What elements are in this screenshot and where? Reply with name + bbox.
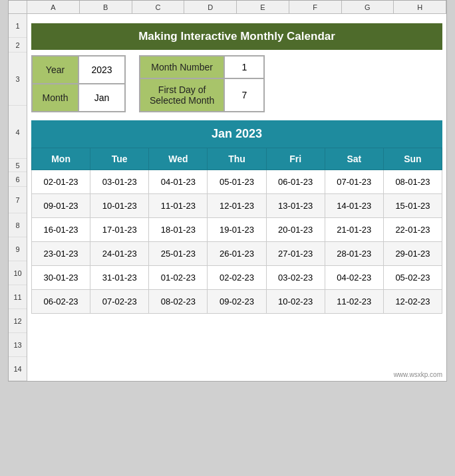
calendar-cell: 12-02-23 xyxy=(383,290,442,314)
calendar-cell: 01-02-23 xyxy=(149,266,208,290)
calendar-cell: 11-01-23 xyxy=(149,194,208,218)
calendar-cell: 02-02-23 xyxy=(208,266,266,290)
info-section: Year 2023 Month Jan Month Number 1 xyxy=(31,55,442,112)
row-num-13: 13 xyxy=(9,333,27,357)
calendar-cell: 11-02-23 xyxy=(325,290,383,314)
calendar-cell: 14-01-23 xyxy=(325,194,383,218)
calendar-cell: 05-02-23 xyxy=(383,266,442,290)
calendar-cell: 25-01-23 xyxy=(149,242,208,266)
calendar-cell: 07-02-23 xyxy=(90,290,149,314)
row-num-11: 11 xyxy=(9,285,27,309)
calendar-cell: 04-02-23 xyxy=(325,266,383,290)
col-header-e: E xyxy=(237,1,289,13)
calendar-cell: 06-01-23 xyxy=(266,170,325,194)
col-header-a: A xyxy=(27,1,80,13)
row-num-14: 14 xyxy=(9,357,27,381)
calendar-cell: 23-01-23 xyxy=(32,242,90,266)
calendar-cell: 08-01-23 xyxy=(383,170,442,194)
month-number-label: Month Number xyxy=(140,56,224,78)
calendar-cell: 24-01-23 xyxy=(90,242,149,266)
watermark: www.wsxkp.com xyxy=(394,371,442,378)
row-num-10: 10 xyxy=(9,261,27,285)
first-day-label: First Day ofSelected Month xyxy=(140,78,224,112)
calendar-cell: 06-02-23 xyxy=(32,290,90,314)
calendar-cell: 26-01-23 xyxy=(208,242,266,266)
calendar-cell: 28-01-23 xyxy=(325,242,383,266)
row-num-12: 12 xyxy=(9,309,27,333)
col-header-f: F xyxy=(289,1,342,13)
calendar-cell: 10-01-23 xyxy=(90,194,149,218)
row-numbers: 1 2 3 4 5 6 7 8 9 10 11 12 13 14 xyxy=(9,14,27,381)
month-label: Month xyxy=(32,84,78,112)
calendar-cell: 16-01-23 xyxy=(32,218,90,242)
first-day-value: 7 xyxy=(224,78,264,112)
row-num-2: 2 xyxy=(9,38,27,53)
month-value[interactable]: Jan xyxy=(78,84,125,112)
calendar-cell: 02-01-23 xyxy=(32,170,90,194)
month-info-table: Month Number 1 First Day ofSelected Mont… xyxy=(139,55,265,112)
calendar-cell: 03-02-23 xyxy=(266,266,325,290)
col-header-c: C xyxy=(132,1,185,13)
row-num-5: 5 xyxy=(9,159,27,172)
calendar-cell: 30-01-23 xyxy=(32,266,90,290)
calendar-cell: 08-02-23 xyxy=(149,290,208,314)
calendar-cell: 17-01-23 xyxy=(90,218,149,242)
row-num-3: 3 xyxy=(9,53,27,106)
calendar-cell: 15-01-23 xyxy=(383,194,442,218)
calendar-cell: 19-01-23 xyxy=(208,218,266,242)
calendar-cell: 21-01-23 xyxy=(325,218,383,242)
row-num-4: 4 xyxy=(9,106,27,159)
col-header-g: G xyxy=(342,1,394,13)
calendar-cell: 10-02-23 xyxy=(266,290,325,314)
year-value[interactable]: 2023 xyxy=(78,56,125,84)
calendar-cell: 18-01-23 xyxy=(149,218,208,242)
row-num-9: 9 xyxy=(9,237,27,261)
month-number-value: 1 xyxy=(224,56,264,78)
col-header-sun: Sun xyxy=(383,148,442,170)
spreadsheet-wrapper: A B C D E F G H 1 2 3 4 5 6 7 8 9 10 11 … xyxy=(8,0,447,382)
col-header-sat: Sat xyxy=(325,148,383,170)
title-banner: Making Interactive Monthly Calendar xyxy=(31,23,442,50)
row-num-6: 6 xyxy=(9,172,27,187)
calendar-cell: 03-01-23 xyxy=(90,170,149,194)
col-header-fri: Fri xyxy=(266,148,325,170)
col-header-thu: Thu xyxy=(208,148,266,170)
calendar-cell: 13-01-23 xyxy=(266,194,325,218)
calendar-cell: 04-01-23 xyxy=(149,170,208,194)
calendar-table: Mon Tue Wed Thu Fri Sat Sun 02-01-2303-0… xyxy=(31,148,442,314)
col-header-tue: Tue xyxy=(90,148,149,170)
row-num-1: 1 xyxy=(9,14,27,38)
col-header-d: D xyxy=(184,1,237,13)
calendar-cell: 07-01-23 xyxy=(325,170,383,194)
calendar-cell: 22-01-23 xyxy=(383,218,442,242)
calendar-cell: 20-01-23 xyxy=(266,218,325,242)
calendar-section: Jan 2023 Mon Tue Wed Thu Fri Sat Sun xyxy=(31,120,442,314)
col-header-row: A B C D E F G H xyxy=(9,1,446,14)
year-label: Year xyxy=(32,56,78,84)
calendar-cell: 09-02-23 xyxy=(208,290,266,314)
col-header-h: H xyxy=(394,1,446,13)
calendar-cell: 09-01-23 xyxy=(32,194,90,218)
title-text: Making Interactive Monthly Calendar xyxy=(138,30,335,43)
spreadsheet-body: 1 2 3 4 5 6 7 8 9 10 11 12 13 14 Making … xyxy=(9,14,446,381)
calendar-cell: 05-01-23 xyxy=(208,170,266,194)
calendar-cell: 31-01-23 xyxy=(90,266,149,290)
calendar-cell: 12-01-23 xyxy=(208,194,266,218)
corner-cell xyxy=(9,1,27,13)
calendar-cell: 29-01-23 xyxy=(383,242,442,266)
year-month-table: Year 2023 Month Jan xyxy=(31,55,126,112)
calendar-cell: 27-01-23 xyxy=(266,242,325,266)
col-header-b: B xyxy=(80,1,132,13)
col-header-mon: Mon xyxy=(32,148,90,170)
calendar-title: Jan 2023 xyxy=(31,120,442,148)
col-header-wed: Wed xyxy=(149,148,208,170)
content-area: Making Interactive Monthly Calendar Year… xyxy=(27,14,446,381)
row-num-7: 7 xyxy=(9,187,27,213)
row-num-8: 8 xyxy=(9,213,27,237)
